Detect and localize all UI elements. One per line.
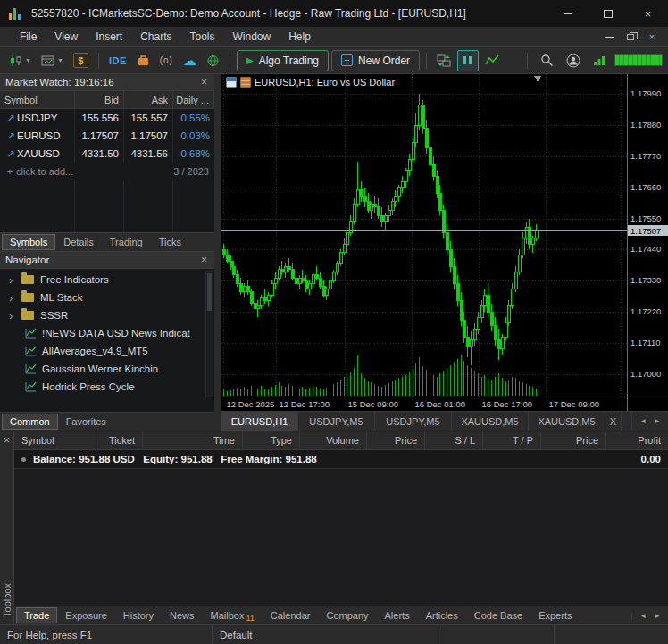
menu-tools[interactable]: Tools (181, 29, 224, 45)
navigator-scrollbar[interactable] (205, 271, 213, 397)
column-price-current[interactable]: Price (541, 431, 606, 449)
tab-code-base[interactable]: Code Base (466, 607, 530, 623)
menu-view[interactable]: View (46, 29, 87, 45)
balance-summary: Balance: 951.88 USD Equity: 951.88 Free … (33, 454, 317, 464)
vps-button[interactable]: ☁ (180, 50, 200, 71)
column-tp[interactable]: T / P (483, 431, 541, 449)
column-symbol[interactable]: Symbol (14, 431, 96, 449)
chart-tab-xauusd-m5-2[interactable]: XAUUSD,M5 (529, 412, 605, 431)
tab-common[interactable]: Common (2, 414, 58, 430)
tile-windows-button[interactable] (433, 50, 455, 71)
column-bid[interactable]: Bid (75, 91, 124, 108)
tab-news[interactable]: News (162, 607, 203, 623)
maximize-button[interactable] (588, 0, 628, 27)
menu-window[interactable]: Window (224, 29, 280, 45)
market-watch-close-icon[interactable]: × (199, 76, 209, 88)
panel-splitter[interactable] (214, 74, 221, 431)
nav-indicator-allaverages[interactable]: AllAverages_v4.9_MT5 (0, 342, 214, 360)
community-button[interactable] (203, 50, 223, 71)
tab-calendar[interactable]: Calendar (263, 607, 319, 623)
column-sl[interactable]: S / L (425, 431, 483, 449)
scroll-left-icon[interactable]: ◄ (639, 417, 647, 425)
tab-exposure[interactable]: Exposure (57, 607, 114, 623)
nav-folder-free-indicators[interactable]: › Free Indicators (0, 271, 214, 289)
scroll-right-icon[interactable]: ► (654, 417, 661, 425)
nav-indicator-news-data[interactable]: !NEWS DATA USD News Indicat (0, 324, 214, 342)
nav-folder-ml-stack[interactable]: › ML Stack (0, 289, 214, 306)
scroll-left-icon[interactable]: ◄ (639, 612, 647, 620)
payments-button[interactable]: $ (70, 50, 92, 71)
expand-chevron-icon[interactable]: › (9, 310, 21, 322)
menu-file[interactable]: File (11, 29, 46, 45)
quotes-chart-button[interactable] (481, 50, 503, 71)
minimize-button[interactable] (547, 0, 588, 27)
expand-chevron-icon[interactable]: › (9, 274, 21, 286)
tab-articles[interactable]: Articles (418, 607, 466, 623)
mdi-restore-button[interactable] (620, 27, 641, 46)
tab-history[interactable]: History (115, 607, 162, 623)
column-type[interactable]: Type (243, 431, 300, 449)
toolbox-column-header: Symbol Ticket Time Type Volume Price S /… (14, 431, 668, 450)
tab-details[interactable]: Details (55, 234, 102, 250)
ide-button[interactable]: IDE (105, 50, 130, 71)
column-time[interactable]: Time (143, 431, 243, 449)
algo-trading-button[interactable]: ▶ Algo Trading (237, 50, 329, 71)
tab-company[interactable]: Company (318, 607, 376, 623)
status-profile[interactable]: Default (213, 625, 438, 644)
chart-tab-usdjpy-m5-2[interactable]: USDJPY,M5 (375, 412, 452, 431)
navigator-panel: Navigator × › Free Indicators › ML Stack (0, 252, 214, 431)
search-button[interactable] (537, 50, 557, 71)
depth-of-market-icon[interactable] (226, 77, 237, 88)
chart-type-dropdown[interactable]: ▼ (5, 50, 35, 71)
toolbox-close-icon[interactable]: × (2, 434, 12, 447)
chart-tab-eurusd-h1[interactable]: EURUSD,H1 (221, 412, 298, 431)
column-daily[interactable]: Daily ... (173, 91, 214, 108)
column-ask[interactable]: Ask (124, 91, 173, 108)
close-button[interactable]: × (628, 0, 668, 27)
scroll-right-icon[interactable]: ► (654, 612, 661, 620)
balance-row[interactable]: Balance: 951.88 USD Equity: 951.88 Free … (14, 450, 668, 469)
profile-button[interactable] (563, 50, 584, 71)
chart-tab-usdjpy-m5-1[interactable]: USDJPY,M5 (298, 412, 375, 431)
navigator-close-icon[interactable]: × (199, 254, 209, 266)
menu-help[interactable]: Help (280, 29, 320, 45)
toolbox-tabs: Trade Exposure History News Mailbox11 Ca… (14, 606, 668, 624)
one-click-trading-icon[interactable] (240, 77, 251, 88)
expand-chevron-icon[interactable]: › (9, 292, 21, 304)
tab-ticks[interactable]: Ticks (151, 234, 189, 250)
signals-button[interactable]: (o) (156, 50, 177, 71)
nav-indicator-gaussian[interactable]: Gaussian Werner Kinchin (0, 360, 214, 378)
new-order-button[interactable]: + New Order (331, 50, 420, 71)
tab-trade[interactable]: Trade (16, 607, 57, 623)
price-chart[interactable]: 1.179901.178801.177701.176601.175501.174… (221, 74, 668, 411)
chart-tab-xauusd-m5-1[interactable]: XAUUSD,M5 (452, 412, 529, 431)
mdi-minimize-button[interactable] (598, 27, 620, 46)
nav-indicator-hodrick[interactable]: Hodrick Press Cycle (0, 378, 214, 396)
tab-symbols[interactable]: Symbols (2, 234, 55, 250)
tab-mailbox[interactable]: Mailbox11 (203, 607, 263, 623)
market-watch-row-usdjpy[interactable]: ↗USDJPY 155.556 155.557 0.55% (0, 109, 214, 127)
nav-folder-sssr[interactable]: › SSSR (0, 306, 214, 324)
tab-trading[interactable]: Trading (102, 234, 151, 250)
tab-experts[interactable]: Experts (530, 607, 580, 623)
market-depth-button[interactable] (457, 50, 479, 71)
trade-list-empty-area (14, 469, 668, 606)
market-watch-row-eurusd[interactable]: ↗EURUSD 1.17507 1.17507 0.03% (0, 127, 214, 145)
column-ticket[interactable]: Ticket (96, 431, 143, 449)
menu-insert[interactable]: Insert (87, 29, 131, 45)
column-volume[interactable]: Volume (300, 431, 367, 449)
menu-charts[interactable]: Charts (131, 29, 180, 45)
tab-alerts[interactable]: Alerts (377, 607, 418, 623)
scrollbar-thumb[interactable] (207, 273, 212, 311)
market-watch-add-row[interactable]: + click to add... 3 / 2023 (0, 163, 214, 180)
tab-favorites[interactable]: Favorites (58, 414, 114, 430)
column-price-open[interactable]: Price (367, 431, 425, 449)
mdi-close-button[interactable]: × (641, 27, 663, 46)
chart-window-dropdown[interactable]: ▼ (38, 50, 67, 71)
market-button[interactable] (133, 50, 154, 71)
column-symbol[interactable]: Symbol (0, 91, 75, 108)
column-profit[interactable]: Profit (606, 431, 668, 449)
chart-area[interactable]: 1.179901.178801.177701.176601.175501.174… (221, 74, 668, 411)
market-watch-row-xauusd[interactable]: ↗XAUUSD 4331.50 4331.56 0.68% (0, 145, 214, 163)
chart-tab-truncated[interactable]: X (605, 412, 622, 431)
